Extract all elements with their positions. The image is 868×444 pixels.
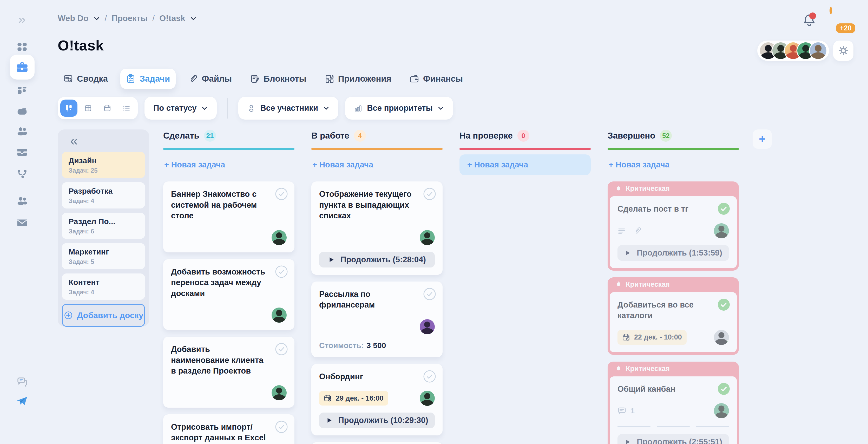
clients-icon[interactable] (14, 194, 30, 209)
add-task-link[interactable]: + Новая задача (312, 160, 373, 170)
tasks-board-icon[interactable] (14, 83, 30, 98)
dashboard-icon[interactable] (14, 39, 30, 55)
board-item-razrabotka[interactable]: Разработка Задач: 4 (62, 182, 145, 208)
timer-resume-button[interactable]: Продолжить (2:55:51) (618, 434, 729, 444)
column-title: Сделать (163, 131, 199, 141)
user-avatar[interactable] (830, 7, 832, 14)
task-card[interactable]: Онбординг 29 дек. - 16:00 Продолжить (10… (311, 364, 442, 436)
board-item-razdel[interactable]: Раздел По... Задач: 6 (62, 213, 145, 239)
telegram-icon[interactable] (14, 393, 30, 409)
task-done-icon[interactable] (717, 202, 731, 215)
project-members[interactable] (757, 40, 829, 61)
task-title: Баннер Знакомство с системой на рабочем … (171, 189, 287, 221)
board-task-count: Задач: 4 (69, 289, 138, 296)
tab-finansy[interactable]: Финансы (404, 69, 469, 89)
column-count-badge: 21 (204, 130, 216, 142)
column-color-bar (311, 148, 442, 150)
column-color-bar (460, 148, 591, 150)
column-count-badge: 52 (660, 130, 672, 142)
chevron-down-icon (323, 105, 330, 112)
breadcrumb-current[interactable]: O!task (159, 13, 185, 23)
tab-zadachi[interactable]: Задачи (120, 69, 176, 89)
due-date-badge[interactable]: 29 дек. - 16:00 (319, 391, 388, 406)
bar-chart-icon (354, 104, 362, 112)
assignee-avatar (272, 385, 287, 400)
task-title: Добавиться во все каталоги (618, 299, 729, 321)
task-card[interactable]: Добавить возможность переноса задач межд… (163, 259, 294, 330)
task-card[interactable]: Добавить наименование клиента в разделе … (163, 337, 294, 408)
tab-bloknoty[interactable]: Блокноты (244, 69, 312, 89)
timer-resume-button[interactable]: Продолжить (10:29:30) (319, 413, 435, 428)
tab-svodka[interactable]: Сводка (58, 69, 114, 89)
online-dot (724, 340, 729, 345)
integrations-icon[interactable] (14, 166, 30, 181)
board-item-kontent[interactable]: Контент Задач: 4 (62, 273, 145, 300)
calendar-view-button[interactable] (99, 99, 116, 117)
description-icon (618, 227, 626, 235)
collapse-panel-icon[interactable] (69, 137, 80, 147)
add-column-button[interactable]: + (753, 129, 772, 149)
kanban-view-button[interactable] (60, 99, 78, 117)
tab-prilozheniya[interactable]: Приложения (319, 69, 397, 89)
complete-task-icon[interactable] (275, 265, 288, 278)
task-card[interactable]: Баннер Знакомство с системой на рабочем … (163, 181, 294, 253)
task-done-icon[interactable] (717, 382, 731, 396)
task-card[interactable]: Общий канбан 1 Продолжить (2:55:51) (610, 377, 737, 444)
priority-filter-dropdown[interactable]: Все приоритеты (345, 97, 453, 120)
inbox-icon[interactable] (14, 145, 30, 160)
breadcrumb-projects[interactable]: Проекты (112, 13, 148, 23)
workspace-active-tile[interactable] (10, 55, 35, 80)
add-task-link[interactable]: + Новая задача (467, 160, 528, 170)
task-card[interactable]: Проанализировать и внедрить онбординг (д… (311, 442, 442, 444)
priority-label: Критическая (626, 280, 670, 289)
complete-task-icon[interactable] (423, 287, 436, 301)
comments-icon (618, 406, 626, 415)
mail-icon[interactable] (14, 215, 30, 230)
projects-icon[interactable] (14, 103, 30, 119)
complete-task-icon[interactable] (275, 420, 288, 434)
chevron-down-icon[interactable] (190, 15, 197, 22)
board-item-marketing[interactable]: Маркетинг Задач: 5 (62, 243, 145, 269)
add-board-button[interactable]: Добавить доску (62, 304, 145, 327)
add-task-link[interactable]: + Новая задача (609, 160, 670, 170)
chat-icon[interactable] (14, 374, 30, 390)
table-view-button[interactable] (80, 99, 97, 117)
timer-label: Продолжить (2:55:51) (637, 437, 722, 444)
tab-faily[interactable]: Файлы (182, 69, 238, 89)
members-filter-dropdown[interactable]: Все участники (238, 97, 338, 120)
team-icon[interactable] (14, 124, 30, 139)
user-menu[interactable]: +20 (830, 8, 854, 32)
complete-task-icon[interactable] (423, 369, 436, 383)
task-card[interactable]: Отрисовать импорт/экспорт данных в Excel (163, 414, 294, 444)
chevron-down-icon (437, 105, 444, 112)
timer-resume-button[interactable]: Продолжить (1:53:59) (618, 245, 729, 261)
expand-sidebar-icon[interactable] (14, 12, 30, 28)
complete-task-icon[interactable] (275, 343, 288, 356)
assignee-avatar (272, 230, 287, 245)
page-title: O!task (58, 37, 104, 54)
complete-task-icon[interactable] (423, 187, 436, 201)
project-settings-button[interactable] (833, 40, 854, 61)
task-card[interactable]: Рассылка по фрилансерам Стоимость:3 500 (311, 282, 442, 357)
due-date-badge[interactable]: 22 дек. - 10:00 (618, 330, 687, 345)
task-title: Отображение текущего пункта в выпадающих… (319, 189, 435, 221)
calendar-clock-icon (324, 394, 332, 403)
column-review: На проверке 0 + Новая задача (460, 129, 591, 175)
list-view-button[interactable] (118, 99, 135, 117)
breadcrumb-workspace[interactable]: Web Do (58, 13, 89, 23)
chevron-down-icon[interactable] (93, 15, 100, 22)
paperclip-icon (188, 74, 197, 84)
board-item-dizain[interactable]: Дизайн Задач: 25 (62, 152, 145, 178)
notifications-count-badge: +20 (835, 22, 857, 34)
board-name: Маркетинг (69, 247, 138, 256)
group-by-dropdown[interactable]: По статусу (145, 97, 217, 120)
column-color-bar (608, 148, 739, 150)
notifications-bell-icon[interactable] (802, 12, 816, 27)
complete-task-icon[interactable] (275, 187, 288, 201)
task-card[interactable]: Добавиться во все каталоги 22 дек. - 10:… (610, 292, 737, 352)
task-card[interactable]: Отображение текущего пункта в выпадающих… (311, 181, 442, 275)
task-done-icon[interactable] (717, 298, 731, 312)
timer-resume-button[interactable]: Продолжить (5:28:04) (319, 252, 435, 267)
add-task-link[interactable]: + Новая задача (164, 160, 225, 170)
task-card[interactable]: Сделать пост в тг Продолжить (1:53:59) (610, 196, 737, 268)
